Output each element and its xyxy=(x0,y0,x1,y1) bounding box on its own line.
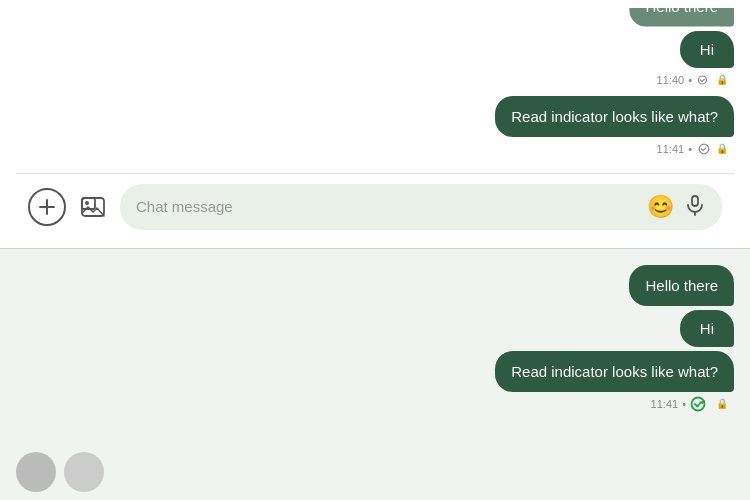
dot-read-top: • xyxy=(688,143,692,155)
svg-point-0 xyxy=(698,76,706,84)
meta-read-bot: 11:41 • 🔒 xyxy=(16,396,728,412)
green-double-check-icon xyxy=(690,396,712,412)
dot-read-bot: • xyxy=(682,398,686,410)
message-row-hello-bot: Hello there xyxy=(16,265,734,306)
emoji-button[interactable]: 😊 xyxy=(647,194,674,220)
svg-point-6 xyxy=(85,201,89,205)
single-check-icon xyxy=(696,141,712,157)
dot-hi: • xyxy=(688,74,692,86)
bubble-read-top: Read indicator looks like what? xyxy=(495,96,734,137)
meta-hi: 11:40 • 🔒 xyxy=(16,72,728,88)
avatar-2 xyxy=(64,452,104,492)
plus-icon xyxy=(38,198,56,216)
bubble-hello-there-top: Hello there xyxy=(629,0,734,27)
message-input-field[interactable]: Chat message 😊 xyxy=(120,184,722,230)
mic-button[interactable] xyxy=(684,194,706,219)
time-read-bot: 11:41 xyxy=(651,398,679,410)
status-read-top xyxy=(696,141,712,157)
chat-section-top: Hello there Hi 11:40 • 🔒 Read indicator … xyxy=(0,0,750,248)
status-read-bot xyxy=(690,396,712,412)
chat-section-bottom: Hello there Hi Read indicator looks like… xyxy=(0,249,750,501)
message-placeholder: Chat message xyxy=(136,198,647,215)
avatars-row xyxy=(16,444,734,492)
message-row: Hello there xyxy=(16,16,734,27)
input-bar: Chat message 😊 xyxy=(16,173,734,240)
bubble-hello-there-bot: Hello there xyxy=(629,265,734,306)
meta-read-top: 11:41 • 🔒 xyxy=(16,141,728,157)
status-hi xyxy=(696,72,712,88)
bubble-hi-bot: Hi xyxy=(680,310,734,347)
lock-read-bot: 🔒 xyxy=(716,398,728,409)
svg-point-9 xyxy=(692,397,705,410)
message-row-read-top: Read indicator looks like what? xyxy=(16,96,734,137)
bubble-read-bot: Read indicator looks like what? xyxy=(495,351,734,392)
double-check-icon xyxy=(696,72,712,88)
image-attach-icon xyxy=(79,193,107,221)
time-hi: 11:40 xyxy=(657,74,685,86)
bottom-messages: Hello there Hi Read indicator looks like… xyxy=(16,265,734,420)
lock-hi: 🔒 xyxy=(716,74,728,85)
message-row-read-bot: Read indicator looks like what? xyxy=(16,351,734,392)
bubble-hi-top: Hi xyxy=(680,31,734,68)
attach-button[interactable] xyxy=(74,188,112,226)
avatar-1 xyxy=(16,452,56,492)
message-row-hi-bot: Hi xyxy=(16,310,734,347)
add-button[interactable] xyxy=(28,188,66,226)
svg-rect-7 xyxy=(692,196,698,206)
time-read-top: 11:41 xyxy=(657,143,685,155)
lock-read-top: 🔒 xyxy=(716,143,728,154)
message-row-hi-top: Hi xyxy=(16,31,734,68)
microphone-icon xyxy=(684,194,706,216)
